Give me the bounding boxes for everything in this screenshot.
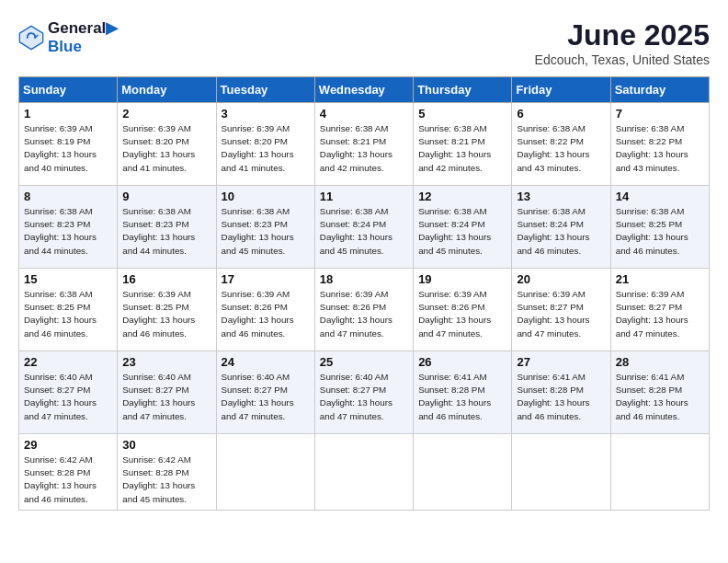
day-number: 27: [517, 355, 605, 369]
day-number: 12: [418, 190, 506, 203]
day-info: Sunrise: 6:38 AMSunset: 8:23 PMDaylight:…: [122, 205, 210, 258]
calendar-cell: 7Sunrise: 6:38 AMSunset: 8:22 PMDaylight…: [610, 103, 709, 186]
calendar-header-row: SundayMondayTuesdayWednesdayThursdayFrid…: [19, 77, 710, 103]
day-number: 24: [222, 355, 310, 369]
calendar-cell: 5Sunrise: 6:38 AMSunset: 8:21 PMDaylight…: [414, 103, 512, 186]
day-number: 7: [616, 107, 704, 121]
calendar-cell: 12Sunrise: 6:38 AMSunset: 8:24 PMDayligh…: [414, 186, 512, 269]
calendar-cell: 19Sunrise: 6:39 AMSunset: 8:26 PMDayligh…: [414, 269, 512, 351]
day-info: Sunrise: 6:38 AMSunset: 8:24 PMDaylight:…: [320, 205, 408, 258]
day-number: 17: [222, 272, 310, 286]
calendar-cell: [610, 434, 709, 511]
day-number: 9: [122, 190, 210, 203]
calendar-cell: 10Sunrise: 6:38 AMSunset: 8:23 PMDayligh…: [216, 186, 314, 269]
day-info: Sunrise: 6:38 AMSunset: 8:25 PMDaylight:…: [24, 288, 112, 340]
day-info: Sunrise: 6:38 AMSunset: 8:22 PMDaylight:…: [616, 122, 704, 175]
calendar-cell: 24Sunrise: 6:40 AMSunset: 8:27 PMDayligh…: [216, 351, 314, 434]
day-info: Sunrise: 6:39 AMSunset: 8:27 PMDaylight:…: [616, 288, 704, 340]
day-number: 29: [24, 438, 112, 452]
day-number: 25: [320, 355, 408, 369]
day-number: 30: [122, 438, 210, 452]
day-number: 19: [418, 272, 506, 286]
day-info: Sunrise: 6:42 AMSunset: 8:28 PMDaylight:…: [122, 454, 210, 506]
day-info: Sunrise: 6:39 AMSunset: 8:27 PMDaylight:…: [517, 288, 605, 340]
day-number: 5: [418, 107, 506, 121]
day-info: Sunrise: 6:41 AMSunset: 8:28 PMDaylight:…: [616, 371, 704, 423]
day-info: Sunrise: 6:39 AMSunset: 8:20 PMDaylight:…: [222, 122, 310, 175]
calendar-cell: 9Sunrise: 6:38 AMSunset: 8:23 PMDaylight…: [118, 186, 216, 269]
calendar-cell: [512, 434, 610, 511]
day-number: 11: [320, 190, 408, 203]
day-info: Sunrise: 6:41 AMSunset: 8:28 PMDaylight:…: [418, 371, 506, 423]
calendar-cell: 17Sunrise: 6:39 AMSunset: 8:26 PMDayligh…: [216, 269, 314, 351]
day-number: 1: [24, 107, 112, 121]
calendar-cell: 29Sunrise: 6:42 AMSunset: 8:28 PMDayligh…: [19, 434, 118, 511]
calendar-cell: [414, 434, 512, 511]
day-number: 6: [517, 107, 605, 121]
day-number: 21: [616, 272, 704, 286]
page-header: General▶ Blue June 2025 Edcouch, Texas, …: [18, 18, 710, 67]
day-info: Sunrise: 6:39 AMSunset: 8:26 PMDaylight:…: [320, 288, 408, 340]
calendar-week-row: 15Sunrise: 6:38 AMSunset: 8:25 PMDayligh…: [19, 269, 710, 351]
calendar-cell: 1Sunrise: 6:39 AMSunset: 8:19 PMDaylight…: [19, 103, 118, 186]
month-title: June 2025: [535, 18, 710, 52]
day-number: 15: [24, 272, 112, 286]
calendar-cell: 26Sunrise: 6:41 AMSunset: 8:28 PMDayligh…: [414, 351, 512, 434]
calendar-cell: [216, 434, 314, 511]
calendar-cell: 6Sunrise: 6:38 AMSunset: 8:22 PMDaylight…: [512, 103, 610, 186]
calendar-cell: 2Sunrise: 6:39 AMSunset: 8:20 PMDaylight…: [118, 103, 216, 186]
day-info: Sunrise: 6:39 AMSunset: 8:25 PMDaylight:…: [122, 288, 210, 340]
calendar-cell: 18Sunrise: 6:39 AMSunset: 8:26 PMDayligh…: [314, 269, 413, 351]
day-header-saturday: Saturday: [610, 77, 709, 103]
logo-text: General▶ Blue: [48, 18, 118, 56]
day-number: 13: [517, 190, 605, 203]
day-number: 10: [222, 190, 310, 203]
calendar-cell: 4Sunrise: 6:38 AMSunset: 8:21 PMDaylight…: [314, 103, 413, 186]
day-info: Sunrise: 6:39 AMSunset: 8:26 PMDaylight:…: [222, 288, 310, 340]
day-info: Sunrise: 6:42 AMSunset: 8:28 PMDaylight:…: [24, 454, 112, 506]
calendar-week-row: 29Sunrise: 6:42 AMSunset: 8:28 PMDayligh…: [19, 434, 710, 511]
calendar-week-row: 8Sunrise: 6:38 AMSunset: 8:23 PMDaylight…: [19, 186, 710, 269]
day-info: Sunrise: 6:40 AMSunset: 8:27 PMDaylight:…: [24, 371, 112, 423]
day-info: Sunrise: 6:38 AMSunset: 8:23 PMDaylight:…: [24, 205, 112, 258]
day-info: Sunrise: 6:40 AMSunset: 8:27 PMDaylight:…: [320, 371, 408, 423]
calendar-cell: 20Sunrise: 6:39 AMSunset: 8:27 PMDayligh…: [512, 269, 610, 351]
day-header-wednesday: Wednesday: [314, 77, 413, 103]
day-info: Sunrise: 6:39 AMSunset: 8:20 PMDaylight:…: [122, 122, 210, 175]
day-header-tuesday: Tuesday: [216, 77, 314, 103]
day-number: 22: [24, 355, 112, 369]
day-number: 16: [122, 272, 210, 286]
calendar-cell: 11Sunrise: 6:38 AMSunset: 8:24 PMDayligh…: [314, 186, 413, 269]
day-number: 2: [122, 107, 210, 121]
title-block: June 2025 Edcouch, Texas, United States: [535, 18, 710, 67]
day-number: 18: [320, 272, 408, 286]
calendar-week-row: 22Sunrise: 6:40 AMSunset: 8:27 PMDayligh…: [19, 351, 710, 434]
day-info: Sunrise: 6:40 AMSunset: 8:27 PMDaylight:…: [222, 371, 310, 423]
day-info: Sunrise: 6:38 AMSunset: 8:21 PMDaylight:…: [320, 122, 408, 175]
day-info: Sunrise: 6:40 AMSunset: 8:27 PMDaylight:…: [122, 371, 210, 423]
calendar-cell: 21Sunrise: 6:39 AMSunset: 8:27 PMDayligh…: [610, 269, 709, 351]
calendar-cell: 8Sunrise: 6:38 AMSunset: 8:23 PMDaylight…: [19, 186, 118, 269]
calendar-cell: 16Sunrise: 6:39 AMSunset: 8:25 PMDayligh…: [118, 269, 216, 351]
calendar-cell: 13Sunrise: 6:38 AMSunset: 8:24 PMDayligh…: [512, 186, 610, 269]
day-info: Sunrise: 6:38 AMSunset: 8:25 PMDaylight:…: [616, 205, 704, 258]
calendar-table: SundayMondayTuesdayWednesdayThursdayFrid…: [18, 76, 710, 511]
day-info: Sunrise: 6:38 AMSunset: 8:21 PMDaylight:…: [418, 122, 506, 175]
calendar-cell: 14Sunrise: 6:38 AMSunset: 8:25 PMDayligh…: [610, 186, 709, 269]
logo-icon: [18, 25, 44, 51]
day-info: Sunrise: 6:41 AMSunset: 8:28 PMDaylight:…: [517, 371, 605, 423]
day-info: Sunrise: 6:39 AMSunset: 8:19 PMDaylight:…: [24, 122, 112, 175]
day-header-sunday: Sunday: [19, 77, 118, 103]
day-info: Sunrise: 6:38 AMSunset: 8:24 PMDaylight:…: [418, 205, 506, 258]
day-info: Sunrise: 6:38 AMSunset: 8:22 PMDaylight:…: [517, 122, 605, 175]
day-number: 26: [418, 355, 506, 369]
day-number: 4: [320, 107, 408, 121]
calendar-cell: [314, 434, 413, 511]
calendar-week-row: 1Sunrise: 6:39 AMSunset: 8:19 PMDaylight…: [19, 103, 710, 186]
day-info: Sunrise: 6:39 AMSunset: 8:26 PMDaylight:…: [418, 288, 506, 340]
day-header-friday: Friday: [512, 77, 610, 103]
day-number: 3: [222, 107, 310, 121]
day-number: 20: [517, 272, 605, 286]
calendar-cell: 27Sunrise: 6:41 AMSunset: 8:28 PMDayligh…: [512, 351, 610, 434]
calendar-cell: 30Sunrise: 6:42 AMSunset: 8:28 PMDayligh…: [118, 434, 216, 511]
